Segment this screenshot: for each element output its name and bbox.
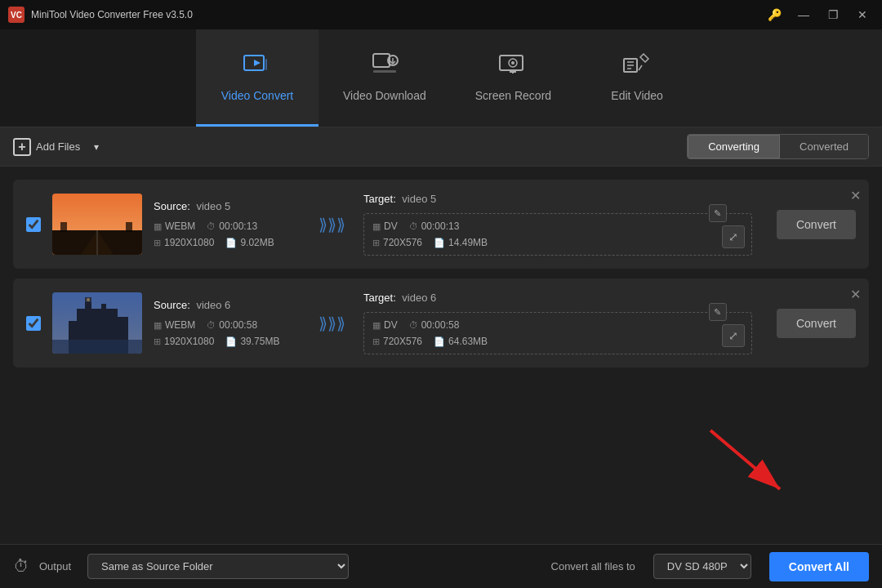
svg-rect-2 (265, 59, 267, 70)
svg-rect-21 (60, 222, 67, 232)
convert-button-2[interactable]: Convert (777, 309, 856, 338)
source-meta-1b: ⊞ 1920X1080 📄 9.02MB (154, 237, 301, 248)
target-duration-2: 00:00:58 (421, 319, 460, 331)
source-resolution-1: 1920X1080 (164, 237, 214, 248)
app-icon: VC (8, 7, 24, 23)
target-section-2: Target: video 6 ✎ ▦ DV ⏱ 00:00:58 (363, 292, 752, 354)
target-section-1: Target: video 5 ✎ ▦ DV ⏱ 00:00:13 (363, 193, 752, 256)
svg-rect-6 (373, 70, 396, 73)
target-duration-icon-1: ⏱ (409, 221, 418, 231)
tab-video-download-label: Video Download (343, 89, 426, 102)
bottombar: ⏱ Output Same as Source Folder Convert a… (0, 544, 882, 588)
main-content: ✕ Source: vi (0, 167, 882, 544)
expand-target-1[interactable]: ⤢ (722, 225, 745, 248)
add-files-button[interactable]: + Add Files (13, 138, 80, 156)
edit-video-icon (622, 52, 652, 82)
tab-edit-video-label: Edit Video (611, 89, 663, 102)
minimize-button[interactable]: — (792, 7, 815, 23)
source-section-1: Source: video 5 ▦ WEBM ⏱ 00:00:13 ⊞ 1920… (154, 200, 301, 248)
duration-icon-2: ⏱ (207, 320, 216, 330)
svg-point-30 (87, 298, 90, 301)
target-format-icon-1: ▦ (372, 221, 381, 232)
video-download-icon (370, 52, 399, 82)
converted-tab-button[interactable]: Converted (780, 135, 868, 158)
arrows-2: ⟫⟫⟫ (312, 314, 352, 333)
tab-video-download[interactable]: Video Download (318, 29, 451, 127)
source-resolution-2: 1920X1080 (164, 336, 214, 347)
output-label: Output (39, 560, 71, 572)
screen-record-icon (498, 52, 528, 82)
navigation: Video Convert Video Download (0, 29, 882, 127)
converting-converted-switcher: Converting Converted (687, 134, 869, 159)
source-label-2: Source: video 6 (154, 299, 301, 311)
file-checkbox-1[interactable] (26, 217, 41, 232)
source-format-1: WEBM (165, 220, 195, 232)
svg-line-16 (639, 65, 642, 70)
convert-button-1[interactable]: Convert (777, 210, 856, 239)
settings-button[interactable]: 🔑 (763, 7, 786, 23)
size-icon-1: 📄 (225, 238, 237, 248)
source-format-2: WEBM (165, 319, 195, 331)
source-meta-2b: ⊞ 1920X1080 📄 39.75MB (154, 336, 301, 347)
target-label-2: Target: video 6 (363, 292, 752, 304)
toolbar: + Add Files ▾ Converting Converted (0, 127, 882, 167)
target-format-2: DV (384, 319, 398, 331)
add-files-dropdown[interactable]: ▾ (88, 139, 105, 155)
close-card-1[interactable]: ✕ (850, 188, 861, 203)
target-resolution-2: 720X576 (383, 336, 422, 347)
format-icon-2: ▦ (154, 320, 162, 331)
nav-tabs: Video Convert Video Download (196, 29, 882, 127)
expand-target-2[interactable]: ⤢ (722, 324, 745, 347)
target-resolution-1: 720X576 (383, 237, 422, 248)
target-res-icon-1: ⊞ (372, 238, 380, 248)
convert-all-button[interactable]: Convert All (769, 552, 869, 581)
arrows-1: ⟫⟫⟫ (312, 215, 352, 234)
output-clock-icon: ⏱ (13, 557, 29, 576)
convert-all-format-select[interactable]: DV SD 480P (653, 554, 751, 579)
source-size-1: 9.02MB (240, 237, 274, 248)
restore-button[interactable]: ❐ (822, 7, 844, 23)
source-section-2: Source: video 6 ▦ WEBM ⏱ 00:00:58 ⊞ 1920… (154, 299, 301, 347)
target-size-1: 14.49MB (448, 237, 488, 248)
resolution-icon-2: ⊞ (154, 336, 161, 347)
edit-target-2[interactable]: ✎ (709, 303, 727, 321)
video-convert-icon (243, 52, 272, 82)
source-label-1: Source: video 5 (154, 200, 301, 212)
tab-video-convert[interactable]: Video Convert (196, 29, 318, 127)
target-label-1: Target: video 5 (363, 193, 752, 205)
file-checkbox-2[interactable] (26, 316, 41, 331)
convert-all-files-label: Convert all files to (551, 560, 635, 572)
titlebar: VC MiniTool Video Converter Free v3.5.0 … (0, 0, 882, 29)
edit-target-1[interactable]: ✎ (709, 204, 727, 222)
target-box-1: ✎ ▦ DV ⏱ 00:00:13 ⊞ (363, 213, 752, 256)
add-files-plus-icon: + (13, 138, 31, 156)
tab-screen-record[interactable]: Screen Record (451, 29, 576, 127)
duration-icon-1: ⏱ (207, 221, 216, 231)
source-duration-2: 00:00:58 (219, 319, 257, 331)
window-controls: 🔑 — ❐ ✕ (763, 7, 874, 23)
tab-edit-video[interactable]: Edit Video (576, 29, 698, 127)
tab-video-convert-label: Video Convert (221, 89, 293, 102)
format-icon-1: ▦ (154, 221, 162, 232)
source-duration-1: 00:00:13 (219, 220, 257, 232)
resolution-icon-1: ⊞ (154, 238, 161, 248)
close-card-2[interactable]: ✕ (850, 287, 861, 302)
output-folder-select[interactable]: Same as Source Folder (87, 554, 349, 579)
size-icon-2: 📄 (225, 336, 237, 347)
file-card-2: ✕ (13, 278, 869, 368)
target-duration-1: 00:00:13 (421, 220, 460, 232)
tab-screen-record-label: Screen Record (475, 89, 551, 102)
svg-rect-22 (126, 222, 132, 232)
target-format-icon-2: ▦ (372, 320, 381, 331)
target-format-1: DV (384, 220, 398, 232)
source-size-2: 39.75MB (240, 336, 279, 347)
nav-logo-area (0, 29, 196, 127)
target-size-2: 64.63MB (448, 336, 488, 347)
svg-rect-31 (52, 340, 142, 354)
target-duration-icon-2: ⏱ (409, 320, 418, 330)
close-button[interactable]: ✕ (851, 7, 874, 23)
target-box-2: ✎ ▦ DV ⏱ 00:00:58 ⊞ (363, 312, 752, 354)
converting-tab-button[interactable]: Converting (688, 135, 780, 158)
thumbnail-2 (52, 292, 142, 354)
svg-marker-1 (254, 60, 261, 66)
